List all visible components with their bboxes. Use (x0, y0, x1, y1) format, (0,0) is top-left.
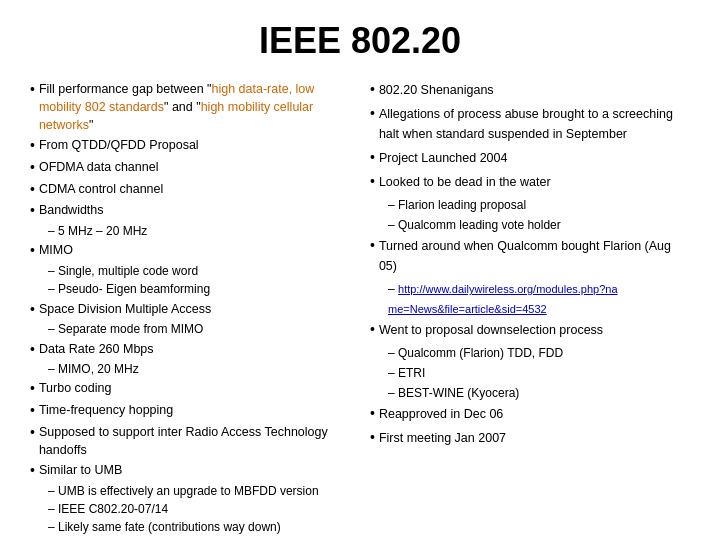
page: IEEE 802.20 • Fill performance gap betwe… (0, 0, 720, 540)
sub-item: Qualcomm (Flarion) TDD, FDD (370, 344, 690, 363)
item-text: CDMA control channel (39, 180, 163, 198)
sub-item: IEEE C802.20-07/14 (30, 501, 350, 518)
list-item: • Bandwidths (30, 201, 350, 221)
sub-item: UMB is effectively an upgrade to MBFDD v… (30, 483, 350, 500)
item-text: Bandwidths (39, 201, 104, 219)
item-text: From QTDD/QFDD Proposal (39, 136, 199, 154)
sub-item: 5 MHz – 20 MHz (30, 223, 350, 240)
list-item: • Fill performance gap between "high dat… (30, 80, 350, 134)
list-item: • Allegations of process abuse brought t… (370, 104, 690, 144)
list-item: • Space Division Multiple Access (30, 300, 350, 320)
list-item: • Turbo coding (30, 379, 350, 399)
page-title: IEEE 802.20 (30, 20, 690, 62)
item-text: First meeting Jan 2007 (379, 428, 506, 448)
left-column: • Fill performance gap between "high dat… (30, 80, 350, 538)
sub-item: Single, multiple code word (30, 263, 350, 280)
list-item: • First meeting Jan 2007 (370, 428, 690, 448)
item-text: Turned around when Qualcomm bought Flari… (379, 236, 690, 276)
item-text: OFDMA data channel (39, 158, 159, 176)
item-text: Similar to UMB (39, 461, 122, 479)
list-item: • Similar to UMB (30, 461, 350, 481)
list-item: • Reapproved in Dec 06 (370, 404, 690, 424)
list-item: • Looked to be dead in the water (370, 172, 690, 192)
sub-item-link: http://www.dailywireless.org/modules.php… (370, 280, 690, 318)
list-item: • Project Launched 2004 (370, 148, 690, 168)
list-item: • Data Rate 260 Mbps (30, 340, 350, 360)
sub-item: ETRI (370, 364, 690, 383)
sub-item: MIMO, 20 MHz (30, 361, 350, 378)
item-text: MIMO (39, 241, 73, 259)
item-text: Data Rate 260 Mbps (39, 340, 154, 358)
item-text: Turbo coding (39, 379, 112, 397)
list-item: • MIMO (30, 241, 350, 261)
item-text: 802.20 Shenanigans (379, 80, 494, 100)
sub-item: Pseudo- Eigen beamforming (30, 281, 350, 298)
item-text: Space Division Multiple Access (39, 300, 211, 318)
list-item: • CDMA control channel (30, 180, 350, 200)
item-text: Time-frequency hopping (39, 401, 173, 419)
list-item: • Supposed to support inter Radio Access… (30, 423, 350, 459)
list-item: • Went to proposal downselection process (370, 320, 690, 340)
sub-item: Flarion leading proposal (370, 196, 690, 215)
list-item: • OFDMA data channel (30, 158, 350, 178)
item-text: Allegations of process abuse brought to … (379, 104, 690, 144)
item-text: Went to proposal downselection process (379, 320, 603, 340)
item-text: Reapproved in Dec 06 (379, 404, 503, 424)
item-text: Looked to be dead in the water (379, 172, 551, 192)
list-item: • From QTDD/QFDD Proposal (30, 136, 350, 156)
sub-item: Separate mode from MIMO (30, 321, 350, 338)
right-column: • 802.20 Shenanigans • Allegations of pr… (370, 80, 690, 538)
list-item: • 802.20 Shenanigans (370, 80, 690, 100)
list-item: • Time-frequency hopping (30, 401, 350, 421)
sub-item: Qualcomm leading vote holder (370, 216, 690, 235)
content-area: • Fill performance gap between "high dat… (30, 80, 690, 538)
sub-item: BEST-WINE (Kyocera) (370, 384, 690, 403)
item-text: Supposed to support inter Radio Access T… (39, 423, 350, 459)
item-text: Project Launched 2004 (379, 148, 508, 168)
sub-item: Likely same fate (contributions way down… (30, 519, 350, 536)
list-item: • Turned around when Qualcomm bought Fla… (370, 236, 690, 276)
external-link[interactable]: http://www.dailywireless.org/modules.php… (388, 283, 618, 314)
